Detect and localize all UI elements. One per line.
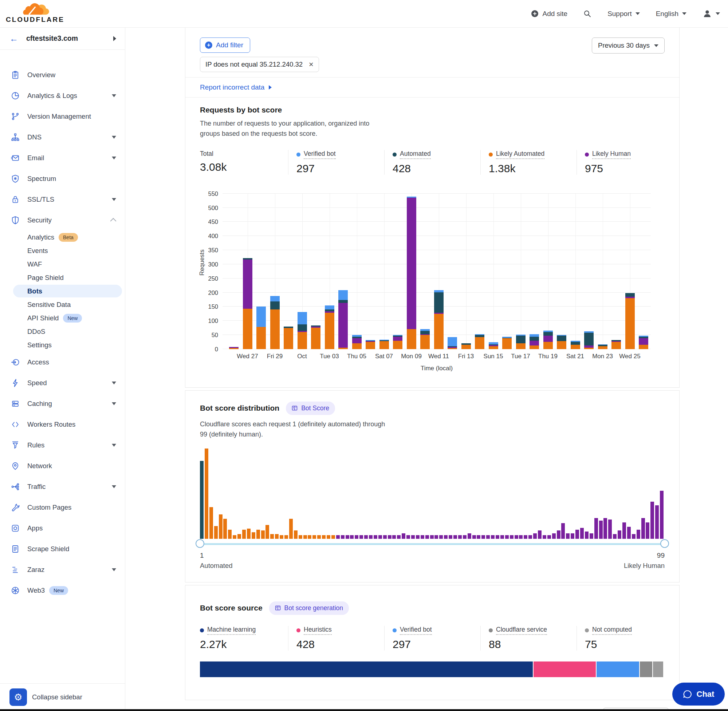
sidebar-item-waf[interactable]: WAF [0, 257, 125, 271]
sidebar-item-speed[interactable]: Speed [0, 372, 125, 393]
stat-label[interactable]: Verified bot [400, 626, 432, 635]
hist-bar-score-33 [350, 535, 354, 539]
bar-segment-verified-bot [475, 334, 484, 335]
sidebar-item-access[interactable]: Access [0, 352, 125, 372]
language-menu[interactable]: English [656, 10, 687, 18]
collapse-sidebar-button[interactable]: Collapse sidebar [32, 693, 82, 701]
sidebar-item-ssl-tls[interactable]: SSL/TLS [0, 189, 125, 210]
site-name[interactable]: cftestsite3.com [26, 34, 78, 43]
cloudflare-cloud-icon [21, 1, 49, 16]
bar-segment-automated [461, 343, 471, 345]
hist-bar-score-64 [496, 535, 499, 539]
source-segment-verified-bot [596, 661, 639, 677]
chevron-right-icon[interactable] [113, 36, 116, 41]
bot-score-generation-doc-badge[interactable]: Bot score generation [269, 602, 349, 615]
sidebar-item-bots[interactable]: Bots [0, 284, 125, 298]
hist-bar-score-35 [359, 535, 363, 539]
chevron-down-icon [112, 485, 116, 488]
chevron-down-icon [112, 156, 116, 159]
close-icon[interactable]: ✕ [309, 61, 313, 68]
bar-segment-likely-automated [407, 329, 416, 349]
sidebar-item-sensitive-data[interactable]: Sensitive Data [0, 298, 125, 311]
bar-segment-verified-bot [502, 337, 512, 338]
hist-bar-score-92 [627, 527, 631, 538]
sidebar-item-security-analytics[interactable]: AnalyticsBeta [0, 230, 125, 244]
x-tick-label: Wed 25 [619, 353, 640, 360]
hist-bar-score-44 [402, 533, 405, 539]
stat-label[interactable]: Automated [400, 150, 431, 159]
slider-right-caption: Likely Human [624, 562, 665, 570]
slider-handle-max[interactable] [660, 539, 669, 548]
sidebar-item-network[interactable]: Network [0, 456, 125, 476]
stat-label[interactable]: Likely Automated [496, 150, 545, 159]
sidebar-item-ddos[interactable]: DDoS [0, 325, 125, 338]
sidebar-item-web3[interactable]: Web3New [0, 580, 125, 601]
bot-score-doc-badge[interactable]: Bot Score [286, 401, 335, 415]
bar-segment-automated [502, 338, 512, 339]
bar-segment-likely-automated [543, 342, 553, 349]
y-tick-label: 200 [201, 289, 218, 296]
y-tick-label: 300 [201, 261, 218, 268]
bar-segment-likely-automated [584, 348, 594, 349]
sidebar-item-zaraz[interactable]: Zaraz [0, 559, 125, 580]
bar-segment-automated [420, 331, 430, 334]
stat-label[interactable]: Machine learning [207, 626, 255, 635]
filter-chip[interactable]: IP does not equal 35.212.240.32 ✕ [200, 57, 319, 72]
sidebar-item-workers-routes[interactable]: Workers Routes [0, 414, 125, 435]
add-site-button[interactable]: Add site [531, 10, 567, 18]
bar-segment-verified-bot [420, 329, 430, 331]
x-tick-label: Tue 17 [511, 353, 530, 360]
sidebar-item-settings[interactable]: Settings [0, 338, 125, 352]
back-arrow-icon[interactable]: ← [9, 34, 18, 44]
legend-dot [393, 152, 397, 156]
cloudflare-logo[interactable]: CLOUDFLARE [6, 1, 64, 23]
add-filter-button[interactable]: + Add filter [200, 37, 250, 53]
sidebar-item-label: Bots [27, 287, 42, 295]
sidebar-item-caching[interactable]: Caching [0, 393, 125, 414]
sidebar-item-dns[interactable]: DNS [0, 127, 125, 148]
slider-handle-min[interactable] [196, 539, 204, 548]
sidebar-item-email[interactable]: Email [0, 148, 125, 168]
quick-settings-button[interactable]: ⚙ [9, 689, 27, 706]
chevron-down-icon [112, 568, 116, 571]
stat-label[interactable]: Not computed [592, 626, 632, 635]
stat-label[interactable]: Verified bot [304, 150, 336, 159]
bar-segment-automated [366, 341, 375, 341]
sidebar-item-version-management[interactable]: Version Management [0, 106, 125, 127]
support-menu[interactable]: Support [607, 10, 640, 18]
sidebar-item-overview[interactable]: Overview [0, 65, 125, 85]
slider-track[interactable] [200, 543, 665, 545]
window-bottom-edge [0, 709, 728, 711]
funnel-icon [11, 441, 20, 450]
bar-segment-verified-bot [380, 340, 389, 341]
sidebar-item-scrape-shield[interactable]: Scrape Shield [0, 538, 125, 559]
sidebar-item-security[interactable]: Security [0, 210, 125, 230]
sidebar-item-custom-pages[interactable]: Custom Pages [0, 497, 125, 518]
hist-bar-score-47 [416, 535, 419, 539]
sidebar-item-api-shield[interactable]: API ShieldNew [0, 311, 125, 325]
report-incorrect-data-link[interactable]: Report incorrect data [200, 83, 272, 91]
sidebar-item-spectrum[interactable]: Spectrum [0, 168, 125, 189]
pie-chart-icon [11, 91, 20, 100]
date-range-dropdown[interactable]: Previous 30 days [592, 37, 665, 53]
hist-bar-score-49 [425, 535, 429, 539]
sidebar-item-page-shield[interactable]: Page Shield [0, 271, 125, 284]
sidebar-item-apps[interactable]: Apps [0, 518, 125, 538]
chat-button[interactable]: Chat [672, 683, 725, 705]
stat-label[interactable]: Heuristics [304, 626, 332, 635]
score-range-slider[interactable] [200, 539, 665, 549]
sidebar-item-rules[interactable]: Rules [0, 435, 125, 456]
stat-likely-automated: Likely Automated1.38k [480, 150, 585, 175]
search-button[interactable] [583, 10, 591, 18]
sidebar-item-events[interactable]: Events [0, 244, 125, 257]
hist-bar-score-25 [313, 535, 316, 539]
stat-label[interactable]: Cloudflare service [496, 626, 547, 635]
account-menu[interactable] [703, 9, 720, 19]
sidebar-item-analytics-logs[interactable]: Analytics & Logs [0, 85, 125, 106]
sidebar-item-traffic[interactable]: Traffic [0, 476, 125, 497]
stat-label[interactable]: Likely Human [592, 150, 631, 159]
hist-bar-score-76 [552, 533, 556, 539]
bar-segment-verified-bot [325, 305, 334, 310]
hist-bar-score-95 [641, 518, 645, 539]
sidebar-item-label: Custom Pages [27, 503, 71, 512]
